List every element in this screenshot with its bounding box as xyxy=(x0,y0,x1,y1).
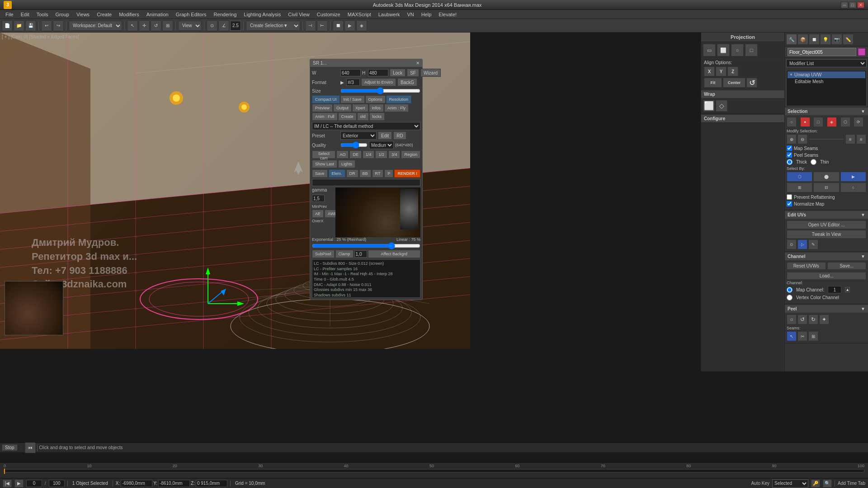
map-channel-up[interactable]: ▲ xyxy=(845,287,850,292)
channel-header[interactable]: Channel ▼ xyxy=(785,253,868,260)
infos-button[interactable]: Infos xyxy=(369,104,384,112)
selection-header[interactable]: Selection ▼ xyxy=(785,108,868,115)
load-channel-button[interactable]: Load... xyxy=(787,272,866,280)
menu-maxscript[interactable]: MAXScript xyxy=(344,11,375,18)
render-button[interactable]: ▶ xyxy=(344,20,355,31)
width-input[interactable] xyxy=(340,69,361,76)
menu-customize[interactable]: Customize xyxy=(313,11,344,18)
wrap-btn-1[interactable]: ⬜ xyxy=(703,100,715,112)
resolution-button[interactable]: Resolution xyxy=(386,95,412,103)
rt-button[interactable]: RT xyxy=(372,169,384,178)
backg-button[interactable]: BackG xyxy=(397,78,417,86)
quality-slider[interactable] xyxy=(340,142,368,148)
menu-vn[interactable]: VN xyxy=(403,11,417,18)
edit-uvs-header[interactable]: Edit UVs ▼ xyxy=(785,211,868,219)
editable-mesh-item[interactable]: Editable Mesh xyxy=(788,78,865,85)
sel-mode-2[interactable]: ● xyxy=(800,117,810,127)
menu-views[interactable]: Views xyxy=(73,11,93,18)
clamp-value-input[interactable] xyxy=(354,250,367,258)
anim-full-button[interactable]: Anim : Full xyxy=(312,113,338,121)
q14-button[interactable]: 1/4 xyxy=(363,150,375,159)
seams-btn-1[interactable]: ↖ xyxy=(787,331,797,341)
save-button[interactable]: 💾 xyxy=(25,20,36,31)
menu-help[interactable]: Help xyxy=(418,11,435,18)
subpixel-button[interactable]: SubPixel xyxy=(312,250,335,258)
total-frames-input[interactable] xyxy=(49,480,65,487)
save-render-button[interactable]: Save xyxy=(312,169,328,178)
configure-header[interactable]: Configure xyxy=(701,115,784,122)
align-z-button[interactable]: Z xyxy=(727,66,738,76)
render-main-button[interactable]: RENDER ! xyxy=(394,169,420,178)
thick-radio[interactable] xyxy=(787,159,793,165)
angle-snap-button[interactable]: ∠ xyxy=(218,20,229,31)
render-panel-close[interactable]: ✕ xyxy=(416,61,420,66)
move-button[interactable]: ✛ xyxy=(139,20,150,31)
compact-ui-button[interactable]: Compact UI xyxy=(312,95,340,103)
menu-edit[interactable]: Edit xyxy=(17,11,33,18)
proj-sphere-button[interactable]: ○ xyxy=(731,44,744,56)
init-save-button[interactable]: Init / Save xyxy=(340,95,365,103)
y-coord-input[interactable] xyxy=(158,480,190,487)
sb-btn-5[interactable]: ⊟ xyxy=(813,183,839,192)
modify-btn-4[interactable]: ≡ xyxy=(856,134,866,144)
anim-fly-button[interactable]: Anim : Fly xyxy=(384,104,409,112)
rd-button[interactable]: RD xyxy=(393,131,406,140)
render-panel-title[interactable]: SR 1... ✕ xyxy=(310,59,422,67)
panel-icon-4[interactable]: 💡 xyxy=(820,34,831,45)
select-button[interactable]: ↖ xyxy=(127,20,138,31)
panel-icon-5[interactable]: 📷 xyxy=(831,34,842,45)
seams-btn-2[interactable]: ✂ xyxy=(797,331,807,341)
wizard-button[interactable]: Wizard xyxy=(420,69,441,77)
z-coord-input[interactable] xyxy=(196,480,227,487)
proj-box-button[interactable]: □ xyxy=(745,44,758,56)
uv-extra-2[interactable]: ▷ xyxy=(797,239,807,249)
output-button[interactable]: Output xyxy=(333,104,352,112)
map-seams-checkbox[interactable] xyxy=(787,145,792,151)
scale-button[interactable]: ⊞ xyxy=(162,20,173,31)
menu-elevate[interactable]: Elevate! xyxy=(435,11,460,18)
thin-radio[interactable] xyxy=(811,159,816,165)
sel-mode-5[interactable]: ⬡ xyxy=(840,117,850,127)
dr-button[interactable]: DR xyxy=(346,169,359,178)
new-button[interactable]: 📄 xyxy=(2,20,13,31)
modify-btn-1[interactable]: ⊕ xyxy=(787,134,797,144)
menu-create[interactable]: Create xyxy=(93,11,115,18)
sb-btn-2[interactable]: ⬤ xyxy=(813,172,839,182)
play-button[interactable]: ▶ xyxy=(14,479,24,488)
redo-button[interactable]: ↪ xyxy=(53,20,64,31)
map-channel-radio[interactable] xyxy=(787,287,793,293)
format-input[interactable] xyxy=(346,79,360,86)
set-key-button[interactable]: 🔑 xyxy=(811,479,820,488)
vertex-color-radio[interactable] xyxy=(787,295,793,300)
view-dropdown[interactable]: View xyxy=(178,21,202,31)
selection-dropdown[interactable]: Create Selection▼ xyxy=(246,21,300,31)
maximize-button[interactable]: □ xyxy=(849,2,856,8)
wrap-btn-2[interactable]: ◇ xyxy=(716,100,727,112)
menu-civil[interactable]: Civil View xyxy=(284,11,313,18)
sel-mode-1[interactable]: ○ xyxy=(787,117,797,127)
menu-file[interactable]: File xyxy=(2,11,17,18)
height-input[interactable] xyxy=(368,69,388,76)
select-cam-button[interactable]: Select cam xyxy=(312,150,335,159)
modifier-name-input[interactable] xyxy=(788,48,856,56)
prevent-reflattening-checkbox[interactable] xyxy=(787,194,792,200)
q34-button[interactable]: 3/4 xyxy=(388,150,401,159)
quality-select[interactable]: Medium xyxy=(369,141,394,149)
undo-button[interactable]: ↩ xyxy=(41,20,52,31)
modifier-color-button[interactable] xyxy=(858,48,865,56)
tweak-in-view-button[interactable]: Tweak In View xyxy=(787,230,866,239)
menu-laubwerk[interactable]: Laubwerk xyxy=(375,11,404,18)
uv-extra-1[interactable]: ⊙ xyxy=(787,239,797,249)
lock-button[interactable]: Lock xyxy=(390,69,406,77)
menu-group[interactable]: Group xyxy=(52,11,73,18)
modify-btn-3[interactable]: ≡ xyxy=(845,134,855,144)
seams-btn-3[interactable]: ⊞ xyxy=(808,331,818,341)
peel-btn-4[interactable]: ✦ xyxy=(819,314,829,324)
uv-extra-3[interactable]: ✎ xyxy=(808,239,818,249)
peel-btn-3[interactable]: ↻ xyxy=(808,314,818,324)
menu-modifiers[interactable]: Modifiers xyxy=(115,11,143,18)
ae-button[interactable]: AE xyxy=(312,210,324,218)
menu-lighting[interactable]: Lighting Analysis xyxy=(240,11,284,18)
p-button[interactable]: P xyxy=(384,169,393,178)
fit-button[interactable]: Fit xyxy=(704,78,722,88)
